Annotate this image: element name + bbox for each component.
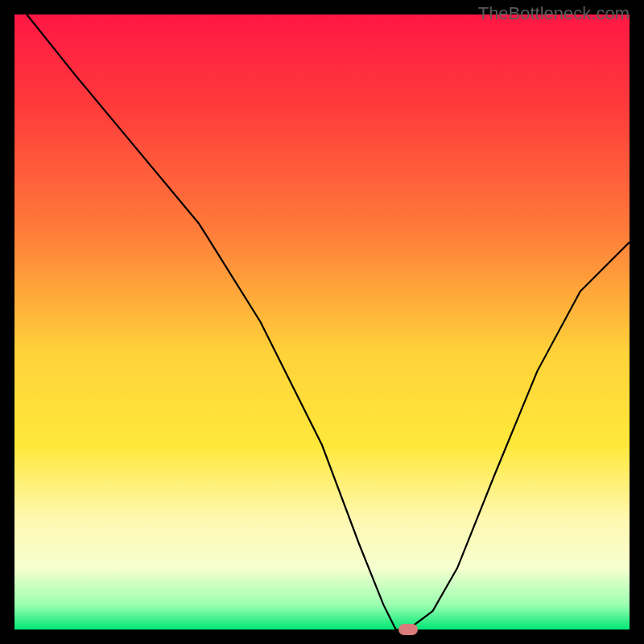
- chart-background: [14, 14, 630, 630]
- chart-plot-area: [14, 14, 630, 630]
- chart-svg: [14, 14, 630, 630]
- watermark-text: TheBottleneck.com: [478, 3, 630, 24]
- optimal-point-marker: [398, 624, 418, 635]
